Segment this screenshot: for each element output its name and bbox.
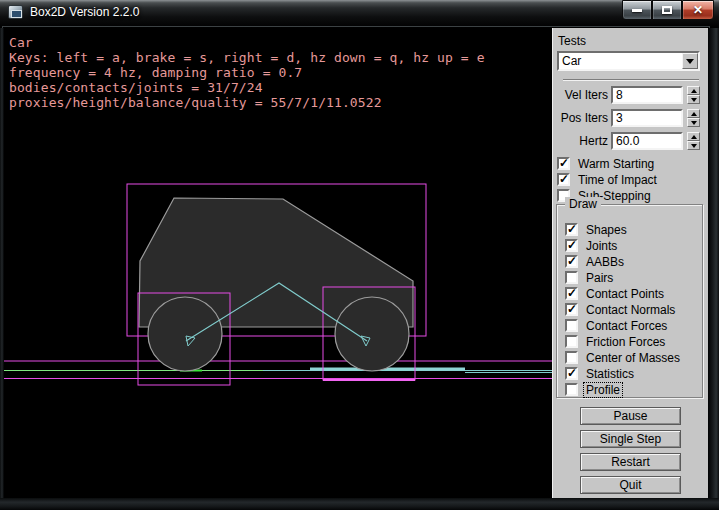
- keys-help-text: Keys: left = a, brake = s, right = d, hz…: [9, 50, 485, 65]
- window-border-bottom: [0, 498, 719, 510]
- joints-label: Joints: [586, 239, 617, 253]
- center-of-masses-label: Center of Masses: [586, 351, 680, 365]
- pos-iters-row: Pos Iters: [553, 109, 709, 127]
- checkbox-icon: [565, 223, 578, 236]
- checkbox-icon: [565, 255, 578, 268]
- close-icon: ✕: [693, 4, 703, 16]
- checkbox-icon: [565, 335, 578, 348]
- time-of-impact-label: Time of Impact: [578, 173, 657, 187]
- proxies-stats-text: proxies/height/balance/quality = 55/7/1/…: [9, 95, 485, 110]
- vel-iters-spin-up[interactable]: [687, 86, 700, 95]
- checkbox-icon: [565, 271, 578, 284]
- maximize-button[interactable]: [652, 0, 682, 20]
- shapes-label: Shapes: [586, 223, 627, 237]
- simulation-canvas[interactable]: Car Keys: left = a, brake = s, right = d…: [4, 28, 552, 498]
- debug-hud: Car Keys: left = a, brake = s, right = d…: [9, 35, 485, 110]
- pause-button[interactable]: Pause: [580, 407, 681, 425]
- maximize-icon: [662, 6, 672, 14]
- arrow-down-icon: [691, 121, 697, 125]
- left-wheel: [148, 297, 222, 371]
- hertz-label: Hertz: [553, 134, 608, 148]
- vel-iters-input[interactable]: [611, 86, 683, 104]
- vel-iters-spin-down[interactable]: [687, 95, 700, 104]
- checkbox-icon: [565, 239, 578, 252]
- minimize-button[interactable]: [622, 0, 652, 20]
- window-border-right: [708, 28, 719, 510]
- tests-dropdown[interactable]: Car: [557, 51, 700, 71]
- statistics-label: Statistics: [586, 367, 634, 381]
- bodies-stats-text: bodies/contacts/joints = 31/7/24: [9, 80, 485, 95]
- pos-iters-label: Pos Iters: [553, 111, 608, 125]
- chevron-down-icon: [686, 59, 694, 64]
- checkbox-icon: [557, 173, 570, 186]
- vel-iters-row: Vel Iters: [553, 86, 709, 104]
- hertz-spin-down[interactable]: [687, 141, 700, 150]
- friction-forces-label: Friction Forces: [586, 335, 665, 349]
- arrow-up-icon: [691, 112, 697, 116]
- hertz-spinner: [687, 132, 700, 150]
- arrow-up-icon: [691, 89, 697, 93]
- hertz-input[interactable]: [611, 132, 683, 150]
- checkbox-icon: [557, 157, 570, 170]
- checkbox-icon: [565, 287, 578, 300]
- pos-iters-spin-down[interactable]: [687, 118, 700, 127]
- hertz-row: Hertz: [553, 132, 709, 150]
- pos-iters-spinner: [687, 109, 700, 127]
- contact-forces-label: Contact Forces: [586, 319, 667, 333]
- hertz-spin-up[interactable]: [687, 132, 700, 141]
- tests-dropdown-button[interactable]: [682, 53, 698, 69]
- checkbox-icon: [565, 367, 578, 380]
- vel-iters-spinner: [687, 86, 700, 104]
- checkbox-icon: [565, 319, 578, 332]
- arrow-down-icon: [691, 98, 697, 102]
- contact-points-label: Contact Points: [586, 287, 664, 301]
- pos-iters-input[interactable]: [611, 109, 683, 127]
- app-window: Box2D Version 2.2.0 ✕: [0, 0, 719, 510]
- separator: [563, 79, 699, 81]
- window-title: Box2D Version 2.2.0: [30, 0, 139, 24]
- contact-normals-label: Contact Normals: [586, 303, 675, 317]
- profile-label: Profile: [584, 383, 622, 397]
- frequency-text: frequency = 4 hz, damping ratio = 0.7: [9, 65, 485, 80]
- checkbox-icon: [565, 351, 578, 364]
- draw-group-title: Draw: [565, 197, 601, 211]
- warm-starting-label: Warm Starting: [578, 157, 654, 171]
- single-step-button[interactable]: Single Step: [580, 430, 681, 448]
- minimize-icon: [632, 9, 642, 12]
- arrow-up-icon: [691, 135, 697, 139]
- right-wheel: [335, 297, 409, 371]
- aabbs-label: AABBs: [586, 255, 624, 269]
- restart-button[interactable]: Restart: [580, 453, 681, 471]
- close-button[interactable]: ✕: [682, 0, 714, 20]
- title-bar[interactable]: Box2D Version 2.2.0 ✕: [0, 0, 719, 28]
- quit-button[interactable]: Quit: [580, 476, 681, 494]
- arrow-down-icon: [691, 144, 697, 148]
- test-title-text: Car: [9, 35, 485, 50]
- app-icon: [8, 5, 23, 19]
- control-panel: Tests Car Vel Iters Pos Iters: [552, 28, 708, 498]
- tests-label: Tests: [558, 34, 586, 48]
- vel-iters-label: Vel Iters: [553, 88, 608, 102]
- tests-dropdown-value: Car: [562, 54, 581, 68]
- checkbox-icon: [565, 303, 578, 316]
- pairs-label: Pairs: [586, 271, 613, 285]
- draw-groupbox: Draw Shapes Joints AABBs Pairs Contact P…: [556, 204, 703, 398]
- pos-iters-spin-up[interactable]: [687, 109, 700, 118]
- checkbox-icon: [565, 383, 578, 396]
